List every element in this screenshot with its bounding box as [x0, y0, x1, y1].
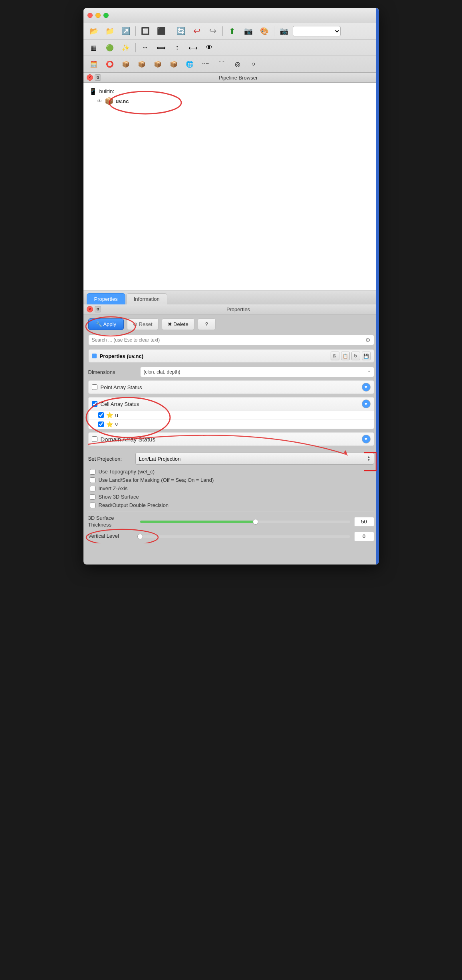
use-land-sea-label: Use Land/Sea for Masking (Off = Sea; On …	[99, 477, 214, 483]
section-paste-button[interactable]: 📋	[341, 352, 350, 360]
point-array-dropdown-icon[interactable]: ▼	[362, 383, 371, 392]
show-3d-checkbox[interactable]	[90, 494, 95, 500]
invert-z-checkbox[interactable]	[90, 486, 95, 491]
properties-close-icon[interactable]: ✕	[87, 306, 93, 312]
thickness-slider-track-wrapper[interactable]	[140, 518, 350, 526]
toolbar-combo[interactable]	[293, 26, 341, 36]
circle-dashed-button[interactable]: ◎	[230, 58, 245, 70]
screenshot-button[interactable]: 📷	[241, 25, 256, 38]
cell-array-label: Cell Array Status	[101, 401, 359, 407]
section-refresh-button[interactable]: ↻	[351, 352, 360, 360]
maximize-button[interactable]	[103, 13, 109, 18]
palette-button[interactable]: 🎨	[257, 25, 272, 38]
pipeline-close-icon[interactable]: ✕	[87, 74, 93, 81]
show-3d-label: Show 3D Surface	[99, 494, 139, 500]
read-output-label: Read/Output Double Precision	[99, 502, 169, 508]
pipeline-float-icon[interactable]: ⧉	[95, 74, 101, 81]
dimensions-row: Dimensions (clon, clat, depth) ⌃	[88, 367, 374, 377]
cube3d-2-button[interactable]: 📦	[135, 58, 149, 70]
divider-2	[88, 511, 374, 512]
arrow-up-button[interactable]: ↗️	[119, 25, 133, 38]
search-input[interactable]	[92, 337, 363, 343]
sphere-button[interactable]: 🟢	[103, 41, 117, 54]
cube3d-3-button[interactable]: 📦	[151, 58, 165, 70]
arrows-h3-button[interactable]: ↕	[170, 41, 184, 54]
vertical-slider-row: Vertical Level 0	[88, 532, 374, 541]
file-cube-icon: 📦	[105, 97, 113, 105]
cell-array-wrapper: Cell Array Status ▼ ⭐ u ⭐ v	[88, 397, 374, 429]
properties-section-header: Properties (uv.nc) ⎘ 📋 ↻ 💾	[88, 349, 374, 363]
cell-item-v-checkbox[interactable]	[98, 421, 104, 427]
point-array-checkbox[interactable]	[92, 384, 97, 390]
domain-array-wrapper: Domain Array Status ▼	[88, 432, 374, 446]
use-topography-checkbox[interactable]	[90, 469, 95, 475]
traffic-lights	[87, 13, 109, 18]
cube3d-1-button[interactable]: 📦	[119, 58, 133, 70]
server-label: builtin:	[99, 88, 115, 94]
section-copy-button[interactable]: ⎘	[331, 352, 339, 360]
projection-combo[interactable]: Lon/Lat Projection ▲ ▼	[135, 453, 374, 465]
export-button[interactable]: ⬆	[225, 25, 240, 38]
tab-properties[interactable]: Properties	[87, 293, 125, 304]
refresh-button[interactable]: 🔄	[174, 25, 188, 38]
properties-float-icon[interactable]: ⧉	[95, 306, 101, 312]
torus-button[interactable]: ⭕	[103, 58, 117, 70]
bottom-spacer	[88, 545, 374, 561]
read-output-checkbox[interactable]	[90, 503, 95, 508]
cube-outline-button[interactable]: 🔲	[138, 25, 153, 38]
arrows-h2-button[interactable]: ⟺	[154, 41, 169, 54]
section-save-button[interactable]: 💾	[362, 352, 371, 360]
use-land-sea-checkbox[interactable]	[90, 477, 95, 483]
undo-button[interactable]: ↩	[190, 25, 204, 38]
cube3d-4-button[interactable]: 📦	[167, 58, 181, 70]
panel-controls-left: ✕ ⧉	[87, 74, 101, 81]
vertical-slider-thumb[interactable]	[137, 534, 143, 539]
cube-solid-button[interactable]: ⬛	[154, 25, 169, 38]
eye-view-button[interactable]: 👁	[202, 41, 216, 54]
cell-item-u-checkbox[interactable]	[98, 412, 104, 418]
curve-button[interactable]: ⌒	[214, 58, 229, 70]
arrows-h4-button[interactable]: ⟷	[186, 41, 200, 54]
apply-button[interactable]: 🔧 Apply	[88, 318, 124, 330]
pipeline-file-item[interactable]: 👁 📦 uv.nc	[87, 96, 375, 106]
dimensions-arrow: ⌃	[367, 370, 371, 374]
layers-button[interactable]: ▦	[87, 41, 101, 54]
thickness-slider-row: 3D Surface Thickness 50	[88, 515, 374, 529]
open-folder-button[interactable]: 📂	[87, 25, 101, 38]
point-array-header: Point Array Status ▼	[89, 381, 374, 394]
annotation-circle	[83, 83, 379, 290]
dimensions-label: Dimensions	[88, 369, 136, 375]
cell-array-checkbox[interactable]	[92, 401, 97, 407]
thickness-slider-thumb[interactable]	[253, 519, 258, 525]
cell-array-dropdown-icon[interactable]: ▼	[362, 400, 371, 408]
waves-button[interactable]: 〰	[198, 58, 213, 70]
circle-outline-button[interactable]: ○	[246, 58, 261, 70]
cell-item-v-label: v	[115, 421, 118, 427]
close-button[interactable]	[87, 13, 93, 18]
title-bar	[83, 8, 379, 23]
minimize-button[interactable]	[95, 13, 101, 18]
projection-value: Lon/Lat Projection	[139, 456, 181, 462]
tab-bar: Properties Information	[83, 290, 379, 304]
use-topography-row: Use Topography (wet_c)	[88, 469, 374, 475]
calculator-button[interactable]: 🧮	[87, 58, 101, 70]
delete-button[interactable]: ✖ Delete	[162, 318, 194, 330]
reset-button[interactable]: ⊘ Reset	[127, 318, 159, 330]
arrows-h-button[interactable]: ↔	[138, 41, 153, 54]
help-button[interactable]: ?	[198, 318, 216, 330]
dimensions-combo[interactable]: (clon, clat, depth) ⌃	[140, 367, 374, 377]
save-folder-button[interactable]: 📁	[103, 25, 117, 38]
search-gear-icon[interactable]: ⚙	[365, 337, 371, 343]
redo-button[interactable]: ↪	[206, 25, 220, 38]
toolbar-separator-3	[222, 26, 223, 36]
tab-information[interactable]: Information	[126, 293, 167, 304]
vertical-slider-track-wrapper[interactable]	[140, 533, 350, 541]
domain-array-dropdown-icon[interactable]: ▼	[362, 435, 371, 443]
domain-array-checkbox[interactable]	[92, 436, 97, 442]
globe-button[interactable]: 🌐	[182, 58, 197, 70]
search-bar: ⚙	[88, 335, 374, 345]
toolbar-separator-4	[274, 26, 274, 36]
camera-reset-button[interactable]: 📷	[277, 25, 291, 38]
wand-button[interactable]: ✨	[119, 41, 133, 54]
pipeline-browser-title: Pipeline Browser	[101, 75, 376, 81]
